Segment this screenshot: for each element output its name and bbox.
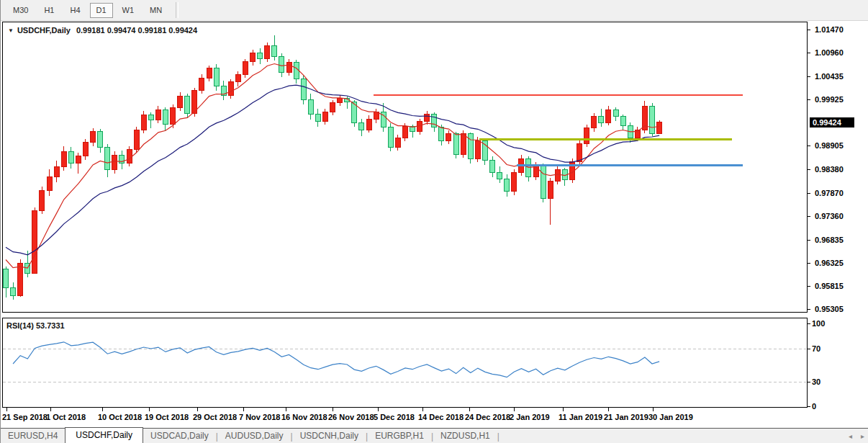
candle-body [141, 115, 146, 130]
candle-body [308, 100, 313, 115]
candle-body [68, 151, 73, 163]
chart-tab-bar: EURUSD,H4USDCHF,DailyUSDCAD,Daily|AUDUSD… [1, 428, 868, 443]
date-axis-label: 7 Nov 2018 [239, 413, 280, 421]
candle-body [330, 102, 335, 112]
candle-body [148, 115, 153, 120]
candle-body [83, 143, 88, 156]
date-axis-label: 11 Jan 2019 [559, 413, 602, 421]
candle-body [338, 98, 343, 102]
main-chart-frame [2, 22, 807, 312]
candle-body [163, 109, 168, 124]
candle-body [171, 107, 176, 124]
candle-body [214, 68, 219, 86]
candle-body [439, 127, 444, 140]
candle-body [185, 97, 190, 114]
candle-body [359, 122, 364, 130]
price-axis-label: 0.96835 [815, 236, 844, 244]
candle-body [402, 126, 407, 138]
candle-body [243, 62, 248, 75]
price-axis-label: 0.97870 [815, 189, 844, 197]
chart-canvas[interactable] [1, 0, 868, 443]
candle-body [178, 97, 183, 108]
chart-title: ▼USDCHF,Daily0.99181 0.99474 0.99181 0.9… [8, 26, 197, 35]
price-axis-label: 0.96325 [815, 259, 844, 267]
candle-body [497, 172, 502, 179]
candle-body [76, 156, 81, 164]
candle-body [91, 132, 96, 143]
date-axis-label: 29 Oct 2018 [193, 413, 237, 421]
chart-tab-usdcad-daily[interactable]: USDCAD,Daily [143, 429, 216, 443]
price-axis-label: 0.95305 [815, 305, 844, 313]
candle-body [112, 155, 117, 169]
candle-body [657, 122, 662, 133]
chart-tab-nzdusd-h1[interactable]: NZDUSD,H1 [433, 429, 497, 443]
candle-body [32, 210, 37, 273]
candle-body [352, 102, 357, 122]
candle-body [134, 130, 139, 150]
candle-body [199, 78, 204, 91]
tab-scroll-right-icon[interactable]: ▸ [861, 432, 864, 440]
candle-body [98, 132, 103, 147]
candle-body [453, 133, 458, 154]
candle-body [490, 161, 495, 172]
candle-body [425, 115, 430, 122]
date-axis-label: 21 Jan 2019 [604, 413, 648, 421]
candle-body [592, 117, 597, 128]
date-axis-label: 2 Jan 2019 [510, 413, 550, 421]
candle-body [548, 182, 553, 198]
price-axis-label: 0.99925 [815, 95, 844, 104]
date-axis-label: 21 Sep 2018 [2, 413, 48, 421]
candle-body [105, 147, 110, 169]
candle-body [366, 119, 371, 130]
candle-body [279, 56, 284, 73]
chart-tab-audusd-daily[interactable]: AUDUSD,Daily [218, 429, 291, 443]
mt4-chart-window: M30H1H4D1W1MN ▼USDCHF,Daily0.99181 0.994… [0, 0, 868, 443]
candle-body [599, 117, 604, 122]
date-axis-label: 14 Dec 2018 [418, 413, 464, 421]
candle-body [286, 62, 291, 72]
candle-body [4, 269, 9, 287]
tab-scroll-left-icon[interactable]: ◂ [849, 432, 852, 440]
rsi-axis-label: 70 [812, 344, 820, 353]
chart-tab-eurusd-h4[interactable]: EURUSD,H4 [1, 429, 65, 443]
date-axis-label: 30 Jan 2019 [648, 413, 693, 421]
candle-body [606, 109, 611, 122]
candle-body [620, 117, 625, 126]
price-axis-label: 0.98905 [815, 141, 844, 150]
date-axis-label: 10 Oct 2018 [98, 413, 142, 421]
date-axis-label: 19 Oct 2018 [145, 413, 189, 421]
candle-body [207, 68, 212, 79]
ohlc-values: 0.99181 0.99474 0.99181 0.99424 [76, 26, 197, 35]
candle-body [272, 45, 277, 56]
candle-body [301, 79, 306, 100]
candle-body [54, 166, 59, 176]
current-price-badge: 0.99424 [810, 117, 854, 127]
candle-body [47, 177, 52, 191]
candle-body [155, 109, 161, 120]
chart-tab-eurgbp-h1[interactable]: EURGBP,H1 [368, 429, 431, 443]
candle-body [395, 138, 400, 147]
chevron-down-icon[interactable]: ▼ [8, 27, 14, 34]
candle-body [526, 158, 531, 176]
candle-body [258, 53, 263, 59]
rsi-axis-label: 100 [812, 319, 825, 328]
tab-scroll-buttons: ◂ ▸ [849, 432, 864, 440]
tab-divider: | [497, 431, 499, 443]
candle-body [127, 150, 132, 164]
chart-tab-usdchf-daily[interactable]: USDCHF,Daily [65, 427, 143, 443]
price-axis-label: 0.98380 [815, 165, 844, 174]
rsi-axis-label: 30 [812, 377, 820, 386]
candle-body [315, 115, 320, 121]
candle-body [584, 128, 589, 144]
candle-body [265, 45, 270, 59]
rsi-axis-label: 0 [812, 402, 816, 411]
rsi-indicator-label: RSI(14) 53.7331 [6, 321, 65, 330]
candle-body [505, 179, 510, 192]
candle-body [461, 133, 466, 154]
chart-tab-usdcnh-daily[interactable]: USDCNH,Daily [293, 429, 366, 443]
candle-body [512, 172, 517, 191]
date-axis-label: 16 Nov 2018 [281, 413, 327, 421]
candle-body [475, 140, 480, 158]
candle-body [446, 133, 451, 140]
price-axis-label: 1.01470 [815, 25, 844, 34]
